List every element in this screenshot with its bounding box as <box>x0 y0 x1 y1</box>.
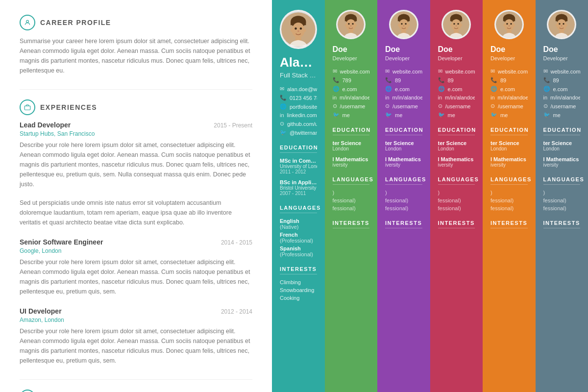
lang-item-0-2: Spanish (Professional) <box>280 245 317 257</box>
education-title-0: EDUCATION <box>280 145 317 153</box>
avatar-container-2 <box>385 10 422 39</box>
lang-level-3-2: fessional) <box>438 205 461 211</box>
contact-email-text-1: website.com <box>340 69 370 74</box>
col-name-4: Doe <box>490 45 528 54</box>
edu-degree-3-1: l Mathematics <box>438 156 475 162</box>
svg-point-0 <box>26 20 29 23</box>
color-column-1: DoeDeveloper✉website.com📞789🌐e.cominm/in… <box>325 0 378 392</box>
svg-point-59 <box>556 24 558 26</box>
contact-website-text-5: e.com <box>553 86 568 92</box>
lang-level-5-2: fessional) <box>543 205 566 211</box>
edu-school-5-1: iversity <box>543 162 581 168</box>
contact-github-2: ⊙/username <box>385 103 422 109</box>
col-role-1: Developer <box>333 55 370 61</box>
phone-icon: 📞 <box>333 77 340 83</box>
experiences-section: EXPERIENCES Lead Developer 2015 - Presen… <box>20 99 252 366</box>
linkedin-icon: in <box>333 95 337 100</box>
twitter-icon: 🐦 <box>490 112 497 118</box>
lang-item-1-1: fessional) <box>333 197 370 203</box>
github-icon: ⊙ <box>280 121 284 127</box>
svg-rect-1 <box>24 106 30 110</box>
svg-point-36 <box>454 23 455 24</box>
contact-website-2: 🌐e.com <box>385 86 422 92</box>
lang-level-2-1: fessional) <box>385 197 408 203</box>
experience-item-3: UI Developer 2012 - 2014 Amazon, London … <box>20 307 252 366</box>
experiences-icon <box>20 99 35 115</box>
edu-school-4-1: iversity <box>490 162 528 168</box>
lang-item-5-0: ) <box>543 190 581 196</box>
lang-item-3-1: fessional) <box>438 197 475 203</box>
color-column-0: Alan DoeFull Stack Developer✉alan.doe@we… <box>272 0 325 392</box>
svg-point-25 <box>399 19 409 31</box>
phone-icon: 📞 <box>543 77 550 83</box>
edu-school-1-1: iversity <box>333 162 370 168</box>
github-icon: ⊙ <box>490 103 495 109</box>
lang-name-0-0: English <box>280 218 299 224</box>
contact-github-0: ⊙github.com/username <box>280 121 317 127</box>
contact-phone-text-0: 0123 456 789 <box>290 95 317 101</box>
contact-website-text-2: e.com <box>395 86 410 92</box>
lang-item-1-0: ) <box>333 190 370 196</box>
contact-linkedin-text-4: m/in/alandoe <box>498 95 528 100</box>
svg-point-18 <box>350 25 352 26</box>
avatar-container-1 <box>333 10 370 39</box>
phone-icon: 📞 <box>490 77 497 83</box>
contact-twitter-text-1: me <box>343 112 350 118</box>
svg-point-20 <box>355 24 357 26</box>
col-role-0: Full Stack Developer <box>280 72 317 79</box>
exp-date-1: 2015 - Present <box>214 122 252 129</box>
svg-point-55 <box>557 19 566 31</box>
svg-point-58 <box>561 25 563 26</box>
svg-point-40 <box>460 24 462 26</box>
website-icon: 🌐 <box>438 86 445 92</box>
edu-school-2-0: London <box>385 146 422 151</box>
contact-email-4: ✉website.com <box>490 68 528 74</box>
contact-phone-3: 📞89 <box>438 77 475 83</box>
edu-school-3-0: London <box>438 146 475 151</box>
contact-twitter-1: 🐦me <box>333 112 370 118</box>
contact-email-3: ✉website.com <box>438 68 475 74</box>
interest-item-0-1: Snowboarding <box>280 287 317 293</box>
contact-website-text-4: e.com <box>500 86 515 92</box>
contact-twitter-text-0: @twittername <box>290 130 317 136</box>
left-panel: CAREER PROFILE Summarise your career her… <box>0 0 272 392</box>
contact-phone-text-4: 89 <box>500 77 506 83</box>
phone-icon: 📞 <box>438 77 445 83</box>
languages-title-3: LANGUAGES <box>438 176 475 185</box>
interest-item-0-0: Climbing <box>280 279 317 285</box>
career-profile-icon <box>20 15 35 30</box>
github-icon: ⊙ <box>543 103 548 109</box>
exp-company-3: Amazon, London <box>20 317 252 323</box>
linkedin-icon: in <box>490 95 495 100</box>
education-title-5: EDUCATION <box>543 127 581 135</box>
svg-point-39 <box>450 24 452 26</box>
edu-school-2-1: iversity <box>385 162 422 168</box>
contact-github-text-5: /username <box>551 103 576 109</box>
lang-level-0-1: (Professional) <box>280 238 313 244</box>
website-icon: 🌐 <box>543 86 550 92</box>
education-title-3: EDUCATION <box>438 127 475 135</box>
edu-item-1-1: l Mathematics iversity <box>333 156 370 168</box>
website-icon: 🌐 <box>490 86 497 92</box>
lang-item-5-1: fessional) <box>543 197 581 203</box>
languages-title-1: LANGUAGES <box>333 176 370 185</box>
contact-linkedin-3: inm/in/alandoe <box>438 95 475 100</box>
col-name-5: Doe <box>543 45 581 54</box>
edu-degree-4-0: ter Science <box>490 140 528 146</box>
edu-degree-2-1: l Mathematics <box>385 156 422 162</box>
contact-linkedin-text-2: m/in/alandoe <box>392 95 422 100</box>
twitter-icon: 🐦 <box>333 112 340 118</box>
svg-point-57 <box>563 23 564 24</box>
lang-item-2-0: ) <box>385 190 422 196</box>
contact-email-text-2: website.com <box>392 69 422 74</box>
col-role-4: Developer <box>490 55 528 61</box>
exp-title-1: Lead Developer <box>20 121 71 129</box>
avatar-3 <box>441 10 471 39</box>
contact-website-text-3: e.com <box>448 86 463 92</box>
svg-point-16 <box>348 23 350 24</box>
svg-point-46 <box>506 23 508 24</box>
education-title-4: EDUCATION <box>490 127 528 135</box>
career-profile-header: CAREER PROFILE <box>20 15 252 30</box>
contact-phone-text-3: 89 <box>448 77 454 83</box>
svg-point-10 <box>303 28 306 32</box>
